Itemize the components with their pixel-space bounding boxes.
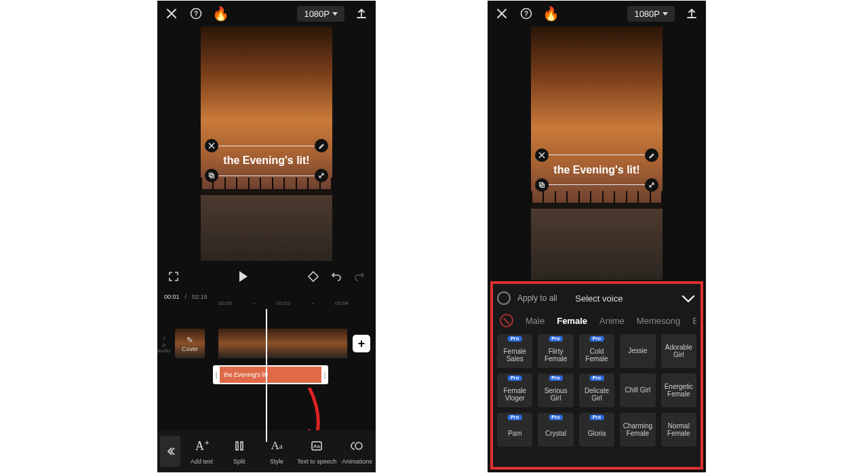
pro-badge: Pro	[549, 375, 563, 381]
video-preview[interactable]: the Evening's lit!	[201, 26, 332, 261]
voice-option[interactable]: ProPam	[497, 413, 532, 447]
video-preview[interactable]: the Evening's lit!	[531, 26, 663, 280]
tts-icon: Aa	[309, 438, 325, 454]
pro-badge: Pro	[590, 336, 604, 342]
voice-option[interactable]: ProCold Female	[579, 334, 614, 368]
apply-all-toggle[interactable]	[497, 291, 511, 305]
resolution-selector[interactable]: 1080P	[297, 6, 344, 22]
timeline[interactable]: ♪ p audio ✎ Cover + | the Evening's lit!…	[157, 309, 376, 442]
resolution-label: 1080P	[304, 9, 330, 19]
split-button[interactable]: Split	[222, 438, 256, 465]
voice-label: Serious Girl	[539, 387, 572, 403]
add-text-button[interactable]: A+ Add text	[185, 438, 219, 465]
video-clip[interactable]	[218, 329, 347, 358]
redo-icon[interactable]	[353, 270, 366, 283]
chevron-down-icon	[663, 12, 668, 16]
play-button[interactable]	[237, 270, 250, 283]
fullscreen-icon[interactable]	[167, 270, 180, 283]
edit-text-handle[interactable]	[315, 139, 328, 152]
pro-badge: Pro	[508, 375, 522, 381]
text-selection[interactable]: the Evening's lit!	[535, 148, 658, 192]
copy-text-handle[interactable]	[535, 178, 549, 192]
export-icon[interactable]	[354, 6, 369, 21]
playhead[interactable]	[266, 309, 267, 442]
svg-rect-5	[241, 442, 243, 450]
animations-button[interactable]: Animations	[340, 438, 374, 465]
resolution-selector[interactable]: 1080P	[627, 6, 675, 22]
tab-male[interactable]: Male	[526, 316, 545, 326]
toolbar-back-button[interactable]	[160, 436, 180, 467]
editor-header: ? 🔥 1080P	[488, 1, 706, 26]
help-icon[interactable]: ?	[519, 6, 534, 21]
delete-text-handle[interactable]	[205, 139, 218, 152]
voice-option[interactable]: Normal Female	[661, 413, 696, 447]
voice-option[interactable]: ProFemale Sales	[497, 334, 532, 368]
toolbar-label: Add text	[191, 458, 213, 465]
voice-option[interactable]: Chill Girl	[620, 373, 655, 407]
delete-text-handle[interactable]	[535, 148, 549, 162]
text-to-speech-button[interactable]: Aa Text to speech	[297, 438, 336, 465]
pencil-icon: ✎	[186, 335, 193, 345]
editor-screen: ? 🔥 1080P	[157, 1, 376, 472]
voice-option[interactable]: Energetic Female	[661, 373, 696, 407]
voice-panel-title: Select voice	[564, 293, 634, 304]
add-clip-button[interactable]: +	[353, 335, 370, 352]
toolbar-label: Text to speech	[297, 458, 336, 465]
voice-option[interactable]: Adorable Girl	[661, 334, 696, 368]
text-clip[interactable]: | the Evening's lit! |	[213, 365, 328, 384]
close-icon[interactable]	[164, 6, 179, 21]
tab-memesong[interactable]: Memesong	[637, 316, 680, 326]
voice-option[interactable]: ProSerious Girl	[538, 373, 573, 407]
pro-badge: Pro	[590, 375, 604, 381]
pro-badge: Pro	[549, 336, 563, 342]
voice-label: Female Vloger	[498, 387, 531, 403]
resize-text-handle[interactable]	[645, 178, 658, 192]
tab-female[interactable]: Female	[557, 316, 587, 326]
text-selection[interactable]: the Evening's lit!	[205, 139, 328, 182]
toolbar-label: Animations	[342, 458, 372, 465]
clip-right-handle[interactable]: |	[321, 367, 328, 383]
resize-text-handle[interactable]	[315, 169, 328, 182]
flame-icon[interactable]: 🔥	[543, 6, 558, 21]
voice-label: Charming Female	[621, 422, 654, 438]
voice-option[interactable]: Charming Female	[620, 413, 655, 447]
svg-text:Aa: Aa	[313, 443, 320, 449]
voice-label: Chill Girl	[625, 386, 651, 394]
voice-option[interactable]: ProFemale Vloger	[497, 373, 532, 407]
voice-option[interactable]: ProCrystal	[538, 413, 573, 447]
clip-left-handle[interactable]: |	[213, 367, 220, 383]
style-button[interactable]: Aa Style	[260, 438, 294, 465]
apply-all-label: Apply to all	[517, 293, 557, 303]
confirm-icon[interactable]	[682, 293, 695, 303]
pro-badge: Pro	[590, 415, 604, 420]
help-icon[interactable]: ?	[189, 6, 203, 21]
voice-option[interactable]: Jessie	[620, 334, 655, 368]
toolbar-label: Style	[270, 458, 283, 465]
preview-area: the Evening's lit!	[488, 26, 706, 280]
voice-label: Adorable Girl	[663, 344, 695, 359]
tab-english[interactable]: English	[692, 316, 696, 326]
copy-text-handle[interactable]	[205, 169, 218, 182]
voice-option[interactable]: ProFlirty Female	[538, 334, 573, 368]
tab-anime[interactable]: Anime	[599, 316, 625, 326]
export-icon[interactable]	[684, 6, 699, 21]
none-voice-icon[interactable]	[500, 314, 513, 327]
voice-option[interactable]: ProDelicate Girl	[579, 373, 614, 407]
undo-icon[interactable]	[330, 270, 343, 283]
voice-label: Flirty Female	[539, 348, 572, 363]
edit-text-handle[interactable]	[645, 148, 658, 162]
voice-label: Normal Female	[663, 422, 695, 438]
add-text-icon: A+	[194, 438, 210, 454]
chevron-down-icon	[332, 12, 338, 16]
caption-text: the Evening's lit!	[535, 162, 658, 178]
flame-icon[interactable]: 🔥	[213, 6, 228, 21]
voice-option[interactable]: ProGloria	[579, 413, 614, 447]
voice-category-tabs: Male Female Anime Memesong English	[497, 310, 696, 334]
close-icon[interactable]	[494, 6, 509, 21]
cover-button[interactable]: ✎ Cover	[175, 329, 205, 358]
resolution-label: 1080P	[634, 9, 660, 19]
pro-badge: Pro	[549, 415, 563, 420]
svg-text:?: ?	[194, 10, 198, 18]
keyframe-icon[interactable]	[307, 270, 320, 283]
svg-point-8	[355, 443, 362, 449]
